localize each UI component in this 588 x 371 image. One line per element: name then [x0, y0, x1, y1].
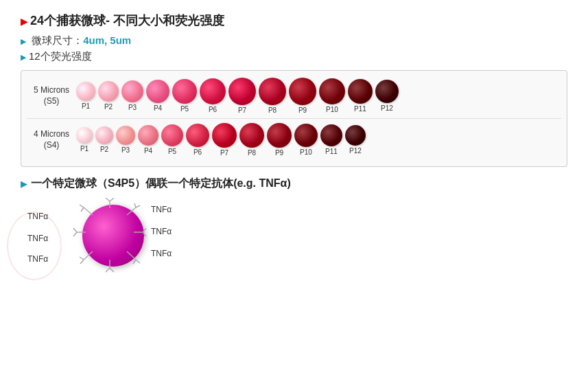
- tnf-label-left-2: TNFα: [27, 234, 48, 243]
- bead-item: P8: [259, 78, 286, 114]
- row-label-5microns: 5 Microns(S5): [27, 85, 76, 106]
- bead-label: P5: [180, 105, 189, 113]
- bead-circle: [98, 81, 119, 102]
- bead-circle: [186, 124, 209, 147]
- bg-arc: [7, 212, 62, 280]
- bead-label: P4: [144, 147, 152, 155]
- svg-line-10: [133, 260, 136, 264]
- bead-item: P7: [228, 78, 256, 114]
- bead-item: P5: [172, 79, 197, 113]
- svg-line-2: [110, 198, 114, 201]
- bead-item: P8: [239, 123, 264, 157]
- bead-item: P1: [76, 82, 95, 110]
- bead-circle: [172, 79, 197, 104]
- bead-circle: [375, 80, 399, 103]
- svg-line-23: [81, 207, 84, 212]
- bead-circle: [345, 125, 366, 146]
- bead-item: P3: [116, 126, 135, 154]
- svg-line-5: [136, 205, 140, 207]
- bead-circle: [161, 124, 183, 146]
- bead-label: P3: [128, 104, 137, 111]
- bead-item: P3: [121, 80, 143, 111]
- bead-label: P6: [209, 106, 217, 113]
- svg-line-13: [106, 268, 110, 272]
- subtitle-size-prefix: 微球尺寸：: [32, 34, 83, 46]
- bead-item: P11: [348, 79, 373, 113]
- main-container: 24个捕获微球- 不同大小和荧光强度 微球尺寸：4um, 5um 12个荧光强度…: [0, 0, 588, 300]
- tnf-label-left-3: TNFα: [27, 254, 48, 264]
- bead-circle: [294, 124, 318, 147]
- svg-line-20: [73, 232, 77, 236]
- bead-circle: [228, 78, 256, 105]
- bead-label: P11: [354, 105, 366, 113]
- bead-circle: [289, 78, 316, 105]
- bead-item: P12: [345, 125, 366, 155]
- bead-item: P6: [200, 78, 226, 113]
- bead-circle: [267, 123, 292, 148]
- bead-row-5microns: 5 Microns(S5) P1P2P3P4P5P6P7P8P9P10P11P1…: [27, 78, 561, 114]
- bead-label: P10: [300, 148, 312, 156]
- svg-line-4: [134, 203, 136, 207]
- svg-line-3: [127, 207, 136, 215]
- bead-label: P1: [82, 102, 90, 110]
- bead-circle: [239, 123, 264, 148]
- bead-row-4microns: 4 Microns(S4) P1P2P3P4P5P6P7P8P9P10P11P1…: [27, 123, 561, 157]
- bead-circle: [146, 80, 169, 103]
- bead-circle: [319, 78, 345, 104]
- bead-label: P8: [268, 106, 277, 114]
- bead-label: P2: [104, 103, 113, 111]
- svg-line-19: [73, 228, 77, 232]
- bead-item: P10: [319, 78, 345, 113]
- antibody-spikes: [62, 198, 158, 280]
- microsphere-illustration: TNFα TNFα TNFα TNFα TNFα TNFα: [21, 198, 213, 287]
- bead-item: P4: [138, 125, 158, 155]
- bead-label: P9: [275, 149, 283, 157]
- bead-label: P5: [168, 148, 176, 155]
- bead-circle: [76, 82, 95, 101]
- bead-label: P11: [325, 148, 338, 155]
- bead-item: P6: [186, 124, 209, 156]
- bead-label: P1: [80, 145, 89, 153]
- svg-line-7: [143, 228, 146, 232]
- svg-line-22: [80, 205, 84, 207]
- bottom-section: 一个特定微球（S4P5）偶联一个特定抗体(e.g. TNFα) TNFα TNF…: [21, 177, 567, 287]
- bead-item: P10: [294, 124, 318, 156]
- svg-line-11: [136, 260, 140, 263]
- bead-label: P7: [220, 149, 228, 157]
- svg-line-17: [80, 260, 84, 264]
- bead-items-s5: P1P2P3P4P5P6P7P8P9P10P11P12: [76, 78, 399, 114]
- bead-circle: [76, 127, 93, 144]
- main-title: 24个捕获微球- 不同大小和荧光强度: [21, 12, 567, 29]
- bead-item: P7: [212, 123, 237, 157]
- bead-label: P12: [349, 147, 362, 155]
- bead-circle: [320, 124, 342, 146]
- row-label-4microns: 4 Microns(S4): [27, 129, 76, 150]
- bead-item: P9: [289, 78, 316, 114]
- bead-item: P2: [98, 81, 119, 111]
- bead-label: P10: [326, 106, 338, 113]
- bead-display-section: 5 Microns(S5) P1P2P3P4P5P6P7P8P9P10P11P1…: [21, 70, 567, 167]
- bead-row-divider: [27, 118, 561, 119]
- tnf-label-left-1: TNFα: [27, 212, 48, 221]
- svg-line-9: [127, 251, 136, 260]
- bead-label: P9: [298, 106, 307, 114]
- bead-items-s4: P1P2P3P4P5P6P7P8P9P10P11P12: [76, 123, 366, 157]
- bead-circle: [348, 79, 373, 104]
- svg-line-15: [84, 251, 93, 260]
- svg-line-16: [80, 257, 84, 260]
- bead-circle: [121, 80, 143, 102]
- bead-item: P1: [76, 127, 93, 153]
- bead-item: P11: [320, 124, 342, 155]
- bead-item: P5: [161, 124, 183, 155]
- svg-line-14: [110, 268, 114, 272]
- bead-circle: [116, 126, 135, 145]
- bead-label: P8: [248, 149, 256, 157]
- bead-circle: [212, 123, 237, 148]
- bead-label: P7: [238, 106, 246, 114]
- bead-item: P4: [146, 80, 169, 112]
- bead-circle: [259, 78, 286, 105]
- bead-circle: [138, 125, 158, 146]
- svg-line-1: [106, 198, 110, 201]
- bead-label: P12: [381, 104, 393, 112]
- bead-label: P4: [154, 104, 162, 112]
